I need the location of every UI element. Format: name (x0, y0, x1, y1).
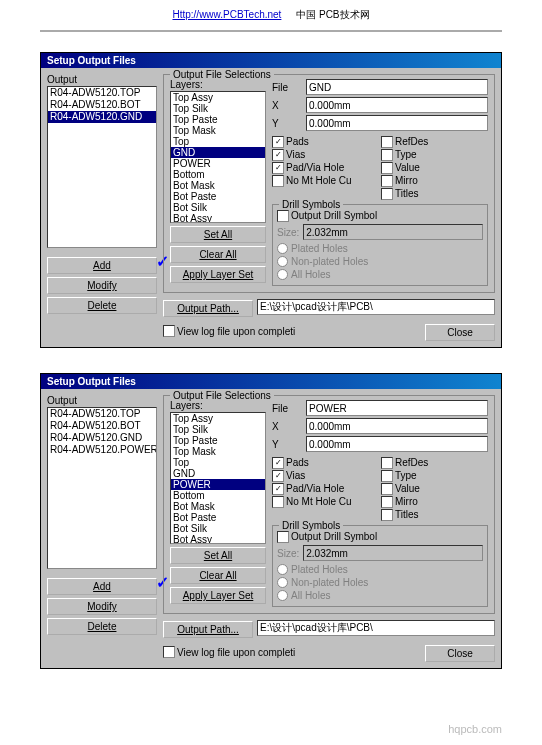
set-all-button[interactable]: Set All (170, 226, 266, 243)
output-drill-label: Output Drill Symbol (291, 530, 377, 543)
checkbox[interactable] (381, 175, 393, 187)
checkbox[interactable]: ✓ (272, 483, 284, 495)
radio (277, 564, 288, 575)
list-item[interactable]: Bot Mask (171, 501, 265, 512)
checkbox[interactable]: ✓ (272, 457, 284, 469)
apply-layer-set-button[interactable]: Apply Layer Set (170, 587, 266, 604)
checkbox[interactable] (381, 188, 393, 200)
radio-label: Non-plated Holes (291, 576, 368, 589)
modify-button[interactable]: Modify (47, 277, 157, 294)
checkbox[interactable] (381, 470, 393, 482)
list-item[interactable]: Bot Paste (171, 512, 265, 523)
header-text: 中国 PCB技术网 (296, 9, 369, 20)
close-button[interactable]: Close (425, 324, 495, 341)
radio (277, 590, 288, 601)
list-item[interactable]: Top Mask (171, 125, 265, 136)
clear-all-button[interactable]: Clear All (170, 567, 266, 584)
list-item[interactable]: Bot Assy (171, 534, 265, 544)
file-label: File (272, 82, 302, 93)
list-item[interactable]: Bot Assy (171, 213, 265, 223)
modify-button[interactable]: Modify (47, 598, 157, 615)
file-input[interactable] (306, 400, 488, 416)
output-path-button[interactable]: Output Path... (163, 300, 253, 317)
y-input[interactable] (306, 436, 488, 452)
radio (277, 269, 288, 280)
checkbox[interactable]: ✓ (272, 162, 284, 174)
checkbox[interactable] (381, 136, 393, 148)
checkbox-label: Vias (286, 148, 305, 161)
checkbox-label: Titles (395, 508, 419, 521)
list-item[interactable]: Top Assy (171, 92, 265, 103)
x-input[interactable] (306, 97, 488, 113)
list-item[interactable]: Bottom (171, 169, 265, 180)
list-item[interactable]: GND (171, 468, 265, 479)
list-item[interactable]: Top Silk (171, 103, 265, 114)
checkbox[interactable]: ✓ (272, 136, 284, 148)
list-item[interactable]: Bot Silk (171, 523, 265, 534)
radio (277, 243, 288, 254)
list-item[interactable]: Top (171, 457, 265, 468)
checkbox[interactable]: ✓ (272, 470, 284, 482)
add-button[interactable]: Add (47, 257, 157, 274)
view-log-checkbox[interactable] (163, 325, 175, 337)
delete-button[interactable]: Delete (47, 618, 157, 635)
list-item[interactable]: Top Assy (171, 413, 265, 424)
checkbox[interactable] (381, 509, 393, 521)
layers-listbox[interactable]: Top AssyTop SilkTop PasteTop MaskTopGNDP… (170, 412, 266, 544)
list-item[interactable]: POWER (171, 479, 265, 490)
output-drill-checkbox[interactable] (277, 531, 289, 543)
y-input[interactable] (306, 115, 488, 131)
checkbox[interactable]: ✓ (272, 149, 284, 161)
list-item[interactable]: Top Paste (171, 435, 265, 446)
drill-size-label: Size: (277, 227, 299, 238)
dialog-setup-output-1: Setup Output Files Output R04-ADW5120.TO… (40, 52, 502, 348)
x-input[interactable] (306, 418, 488, 434)
checkbox[interactable] (381, 457, 393, 469)
checkbox[interactable] (272, 496, 284, 508)
list-item[interactable]: GND (171, 147, 265, 158)
output-path-input[interactable] (257, 299, 495, 315)
output-listbox[interactable]: R04-ADW5120.TOPR04-ADW5120.BOTR04-ADW512… (47, 86, 157, 248)
list-item[interactable]: R04-ADW5120.GND (48, 111, 156, 123)
list-item[interactable]: Bot Paste (171, 191, 265, 202)
file-input[interactable] (306, 79, 488, 95)
set-all-button[interactable]: Set All (170, 547, 266, 564)
list-item[interactable]: R04-ADW5120.TOP (48, 87, 156, 99)
clear-all-button[interactable]: Clear All (170, 246, 266, 263)
checkbox[interactable] (381, 483, 393, 495)
list-item[interactable]: Top Silk (171, 424, 265, 435)
list-item[interactable]: R04-ADW5120.GND (48, 432, 156, 444)
checkbox[interactable] (381, 149, 393, 161)
list-item[interactable]: R04-ADW5120.BOT (48, 420, 156, 432)
add-button[interactable]: Add (47, 578, 157, 595)
checkbox-label: RefDes (395, 456, 428, 469)
list-item[interactable]: Top Mask (171, 446, 265, 457)
list-item[interactable]: Top (171, 136, 265, 147)
checkbox[interactable] (381, 496, 393, 508)
list-item[interactable]: R04-ADW5120.TOP (48, 408, 156, 420)
list-item[interactable]: Bot Mask (171, 180, 265, 191)
radio-label: Non-plated Holes (291, 255, 368, 268)
list-item[interactable]: R04-ADW5120.POWER (48, 444, 156, 456)
apply-layer-set-button[interactable]: Apply Layer Set (170, 266, 266, 283)
output-path-button[interactable]: Output Path... (163, 621, 253, 638)
close-button[interactable]: Close (425, 645, 495, 662)
view-log-label: View log file upon completi (177, 646, 295, 659)
layers-listbox[interactable]: Top AssyTop SilkTop PasteTop MaskTopGNDP… (170, 91, 266, 223)
checkbox[interactable] (381, 162, 393, 174)
title-bar: Setup Output Files (41, 53, 501, 68)
list-item[interactable]: POWER (171, 158, 265, 169)
list-item[interactable]: Bottom (171, 490, 265, 501)
output-path-input[interactable] (257, 620, 495, 636)
output-listbox[interactable]: R04-ADW5120.TOPR04-ADW5120.BOTR04-ADW512… (47, 407, 157, 569)
list-item[interactable]: R04-ADW5120.BOT (48, 99, 156, 111)
list-item[interactable]: Top Paste (171, 114, 265, 125)
selections-fieldset: Output File Selections Layers: Top AssyT… (163, 74, 495, 293)
list-item[interactable]: Bot Silk (171, 202, 265, 213)
checkbox-label: Vias (286, 469, 305, 482)
header-link[interactable]: Http://www.PCBTech.net (172, 9, 281, 20)
view-log-checkbox[interactable] (163, 646, 175, 658)
checkbox[interactable] (272, 175, 284, 187)
output-drill-checkbox[interactable] (277, 210, 289, 222)
delete-button[interactable]: Delete (47, 297, 157, 314)
